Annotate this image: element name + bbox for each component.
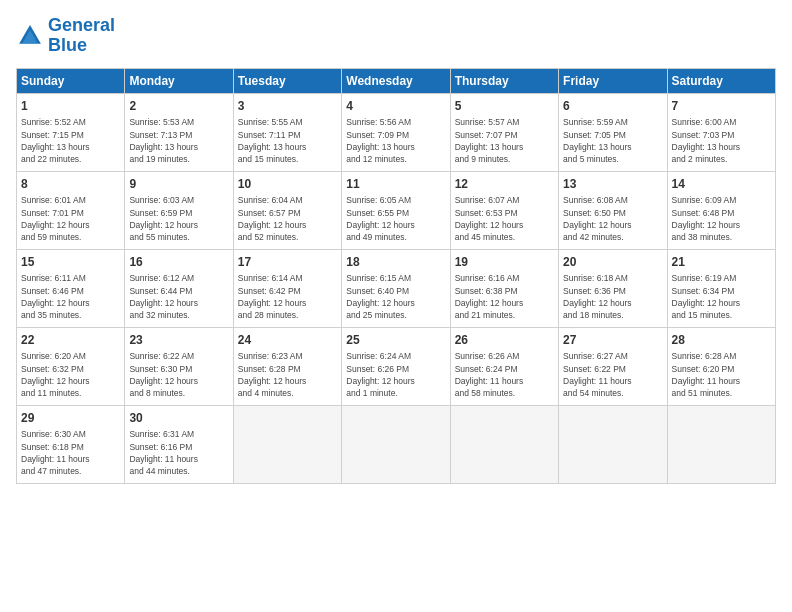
table-row: 8Sunrise: 6:01 AM Sunset: 7:01 PM Daylig… — [17, 171, 125, 249]
day-info: Sunrise: 6:04 AM Sunset: 6:57 PM Dayligh… — [238, 194, 337, 243]
table-row: 27Sunrise: 6:27 AM Sunset: 6:22 PM Dayli… — [559, 327, 667, 405]
day-info: Sunrise: 5:59 AM Sunset: 7:05 PM Dayligh… — [563, 116, 662, 165]
logo-general: General — [48, 15, 115, 35]
day-info: Sunrise: 6:16 AM Sunset: 6:38 PM Dayligh… — [455, 272, 554, 321]
day-number: 1 — [21, 98, 120, 115]
logo-blue: Blue — [48, 35, 87, 55]
table-row: 29Sunrise: 6:30 AM Sunset: 6:18 PM Dayli… — [17, 405, 125, 483]
table-row: 18Sunrise: 6:15 AM Sunset: 6:40 PM Dayli… — [342, 249, 450, 327]
calendar-header-row: Sunday Monday Tuesday Wednesday Thursday… — [17, 68, 776, 93]
page: General Blue Sunday Monday Tuesday Wedne… — [0, 0, 792, 612]
day-number: 29 — [21, 410, 120, 427]
day-info: Sunrise: 6:27 AM Sunset: 6:22 PM Dayligh… — [563, 350, 662, 399]
col-monday: Monday — [125, 68, 233, 93]
calendar-week-row: 8Sunrise: 6:01 AM Sunset: 7:01 PM Daylig… — [17, 171, 776, 249]
table-row: 22Sunrise: 6:20 AM Sunset: 6:32 PM Dayli… — [17, 327, 125, 405]
day-number: 26 — [455, 332, 554, 349]
day-number: 10 — [238, 176, 337, 193]
table-row — [559, 405, 667, 483]
day-info: Sunrise: 6:12 AM Sunset: 6:44 PM Dayligh… — [129, 272, 228, 321]
col-wednesday: Wednesday — [342, 68, 450, 93]
header: General Blue — [16, 16, 776, 56]
col-tuesday: Tuesday — [233, 68, 341, 93]
day-number: 24 — [238, 332, 337, 349]
table-row: 28Sunrise: 6:28 AM Sunset: 6:20 PM Dayli… — [667, 327, 775, 405]
table-row: 10Sunrise: 6:04 AM Sunset: 6:57 PM Dayli… — [233, 171, 341, 249]
table-row: 6Sunrise: 5:59 AM Sunset: 7:05 PM Daylig… — [559, 93, 667, 171]
table-row: 24Sunrise: 6:23 AM Sunset: 6:28 PM Dayli… — [233, 327, 341, 405]
day-info: Sunrise: 5:53 AM Sunset: 7:13 PM Dayligh… — [129, 116, 228, 165]
table-row — [233, 405, 341, 483]
day-info: Sunrise: 6:01 AM Sunset: 7:01 PM Dayligh… — [21, 194, 120, 243]
day-number: 16 — [129, 254, 228, 271]
day-number: 15 — [21, 254, 120, 271]
day-info: Sunrise: 6:11 AM Sunset: 6:46 PM Dayligh… — [21, 272, 120, 321]
day-info: Sunrise: 6:15 AM Sunset: 6:40 PM Dayligh… — [346, 272, 445, 321]
day-info: Sunrise: 6:03 AM Sunset: 6:59 PM Dayligh… — [129, 194, 228, 243]
day-number: 12 — [455, 176, 554, 193]
day-number: 23 — [129, 332, 228, 349]
calendar-week-row: 15Sunrise: 6:11 AM Sunset: 6:46 PM Dayli… — [17, 249, 776, 327]
day-number: 3 — [238, 98, 337, 115]
day-info: Sunrise: 5:52 AM Sunset: 7:15 PM Dayligh… — [21, 116, 120, 165]
day-number: 25 — [346, 332, 445, 349]
table-row: 17Sunrise: 6:14 AM Sunset: 6:42 PM Dayli… — [233, 249, 341, 327]
day-info: Sunrise: 6:07 AM Sunset: 6:53 PM Dayligh… — [455, 194, 554, 243]
table-row: 5Sunrise: 5:57 AM Sunset: 7:07 PM Daylig… — [450, 93, 558, 171]
day-info: Sunrise: 6:23 AM Sunset: 6:28 PM Dayligh… — [238, 350, 337, 399]
day-info: Sunrise: 6:19 AM Sunset: 6:34 PM Dayligh… — [672, 272, 771, 321]
table-row: 15Sunrise: 6:11 AM Sunset: 6:46 PM Dayli… — [17, 249, 125, 327]
day-number: 2 — [129, 98, 228, 115]
table-row: 19Sunrise: 6:16 AM Sunset: 6:38 PM Dayli… — [450, 249, 558, 327]
table-row: 25Sunrise: 6:24 AM Sunset: 6:26 PM Dayli… — [342, 327, 450, 405]
calendar-week-row: 22Sunrise: 6:20 AM Sunset: 6:32 PM Dayli… — [17, 327, 776, 405]
table-row: 26Sunrise: 6:26 AM Sunset: 6:24 PM Dayli… — [450, 327, 558, 405]
day-number: 4 — [346, 98, 445, 115]
day-number: 28 — [672, 332, 771, 349]
calendar-table: Sunday Monday Tuesday Wednesday Thursday… — [16, 68, 776, 484]
day-info: Sunrise: 6:18 AM Sunset: 6:36 PM Dayligh… — [563, 272, 662, 321]
day-number: 14 — [672, 176, 771, 193]
day-number: 11 — [346, 176, 445, 193]
day-info: Sunrise: 6:08 AM Sunset: 6:50 PM Dayligh… — [563, 194, 662, 243]
day-number: 27 — [563, 332, 662, 349]
table-row: 30Sunrise: 6:31 AM Sunset: 6:16 PM Dayli… — [125, 405, 233, 483]
day-info: Sunrise: 6:22 AM Sunset: 6:30 PM Dayligh… — [129, 350, 228, 399]
table-row: 3Sunrise: 5:55 AM Sunset: 7:11 PM Daylig… — [233, 93, 341, 171]
day-info: Sunrise: 5:56 AM Sunset: 7:09 PM Dayligh… — [346, 116, 445, 165]
day-number: 13 — [563, 176, 662, 193]
day-number: 9 — [129, 176, 228, 193]
day-number: 18 — [346, 254, 445, 271]
day-number: 22 — [21, 332, 120, 349]
day-info: Sunrise: 6:09 AM Sunset: 6:48 PM Dayligh… — [672, 194, 771, 243]
table-row: 7Sunrise: 6:00 AM Sunset: 7:03 PM Daylig… — [667, 93, 775, 171]
calendar-week-row: 29Sunrise: 6:30 AM Sunset: 6:18 PM Dayli… — [17, 405, 776, 483]
table-row: 9Sunrise: 6:03 AM Sunset: 6:59 PM Daylig… — [125, 171, 233, 249]
day-info: Sunrise: 6:14 AM Sunset: 6:42 PM Dayligh… — [238, 272, 337, 321]
day-number: 8 — [21, 176, 120, 193]
day-number: 21 — [672, 254, 771, 271]
day-info: Sunrise: 6:00 AM Sunset: 7:03 PM Dayligh… — [672, 116, 771, 165]
day-info: Sunrise: 6:24 AM Sunset: 6:26 PM Dayligh… — [346, 350, 445, 399]
table-row — [450, 405, 558, 483]
table-row: 20Sunrise: 6:18 AM Sunset: 6:36 PM Dayli… — [559, 249, 667, 327]
logo: General Blue — [16, 16, 115, 56]
table-row: 16Sunrise: 6:12 AM Sunset: 6:44 PM Dayli… — [125, 249, 233, 327]
logo-text: General Blue — [48, 16, 115, 56]
day-info: Sunrise: 6:31 AM Sunset: 6:16 PM Dayligh… — [129, 428, 228, 477]
day-number: 30 — [129, 410, 228, 427]
col-thursday: Thursday — [450, 68, 558, 93]
day-number: 19 — [455, 254, 554, 271]
table-row: 14Sunrise: 6:09 AM Sunset: 6:48 PM Dayli… — [667, 171, 775, 249]
table-row: 1Sunrise: 5:52 AM Sunset: 7:15 PM Daylig… — [17, 93, 125, 171]
calendar-week-row: 1Sunrise: 5:52 AM Sunset: 7:15 PM Daylig… — [17, 93, 776, 171]
day-number: 6 — [563, 98, 662, 115]
table-row: 11Sunrise: 6:05 AM Sunset: 6:55 PM Dayli… — [342, 171, 450, 249]
day-info: Sunrise: 6:30 AM Sunset: 6:18 PM Dayligh… — [21, 428, 120, 477]
day-number: 5 — [455, 98, 554, 115]
col-friday: Friday — [559, 68, 667, 93]
logo-icon — [16, 22, 44, 50]
col-saturday: Saturday — [667, 68, 775, 93]
table-row: 23Sunrise: 6:22 AM Sunset: 6:30 PM Dayli… — [125, 327, 233, 405]
table-row: 12Sunrise: 6:07 AM Sunset: 6:53 PM Dayli… — [450, 171, 558, 249]
